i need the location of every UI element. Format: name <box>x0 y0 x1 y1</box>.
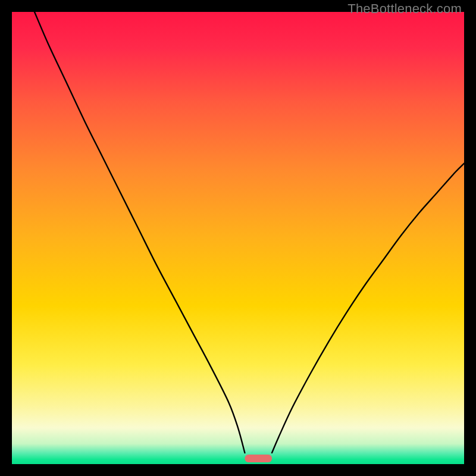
chart-background <box>12 12 464 464</box>
chart-frame <box>12 12 464 464</box>
watermark-text: TheBottleneck.com <box>347 1 462 17</box>
bottleneck-marker <box>245 455 272 462</box>
bottleneck-chart <box>12 12 464 464</box>
